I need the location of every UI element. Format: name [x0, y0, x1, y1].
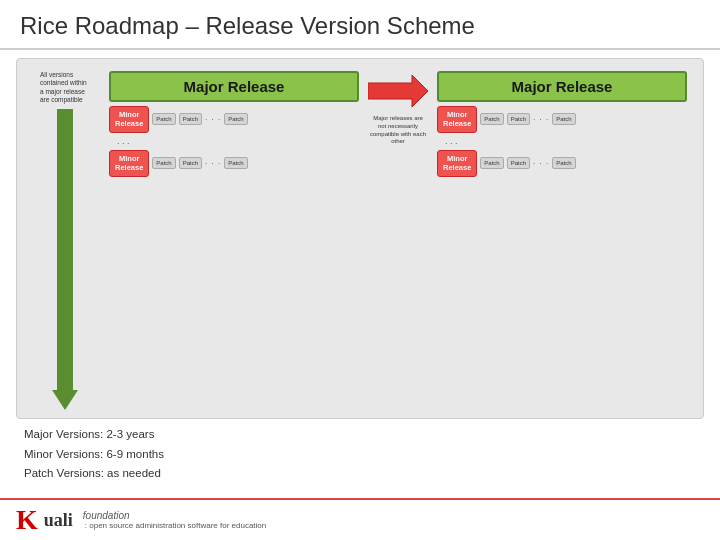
slide-footer: K uali foundation : open source administ… — [0, 498, 720, 540]
right-ellipsis-2: · · · — [533, 159, 549, 168]
version-line-3: Patch Versions: as needed — [24, 464, 700, 484]
right-major-release: Major Release — [437, 71, 687, 102]
slide-title: Rice Roadmap – Release Version Scheme — [20, 12, 700, 40]
center-divider: Major releases are not necessarily compa… — [363, 71, 433, 406]
left-patch-1c: Patch — [224, 113, 247, 125]
logo-uali-text: uali — [44, 511, 73, 529]
slide: Rice Roadmap – Release Version Scheme Al… — [0, 0, 720, 540]
diagram-area: All versions contained within a major re… — [16, 58, 704, 419]
right-patch-2b: Patch — [507, 157, 530, 169]
right-ellipsis-1: · · · — [533, 115, 549, 124]
right-minor-1-box: MinorRelease — [437, 106, 477, 133]
right-column: Major Release MinorRelease Patch Patch ·… — [433, 71, 691, 406]
right-patch-2a: Patch — [480, 157, 503, 169]
left-note: All versions contained within a major re… — [40, 71, 90, 105]
right-patch-1b: Patch — [507, 113, 530, 125]
left-ellipsis-2: · · · — [205, 159, 221, 168]
right-minor-2-row: MinorRelease Patch Patch · · · Patch — [437, 150, 687, 177]
svg-marker-0 — [368, 75, 428, 107]
major-arrow-icon — [368, 75, 428, 107]
slide-content: All versions contained within a major re… — [0, 50, 720, 498]
footer-foundation: foundation — [83, 510, 266, 521]
left-major-release: Major Release — [109, 71, 359, 102]
main-content: Major Release MinorRelease Patch Patch ·… — [105, 67, 695, 410]
right-patch-2c: Patch — [552, 157, 575, 169]
left-patch-1a: Patch — [152, 113, 175, 125]
left-minor-2-row: MinorRelease Patch Patch · · · Patch — [109, 150, 359, 177]
green-arrow-down — [52, 109, 78, 411]
version-info: Major Versions: 2-3 years Minor Versions… — [16, 419, 704, 490]
diagram-inner: All versions contained within a major re… — [25, 67, 695, 410]
left-minor-1-box: MinorRelease — [109, 106, 149, 133]
left-sidebar: All versions contained within a major re… — [25, 67, 105, 410]
left-patch-1b: Patch — [179, 113, 202, 125]
left-patch-2a: Patch — [152, 157, 175, 169]
center-note: Major releases are not necessarily compa… — [369, 115, 427, 146]
left-minor-1-row: MinorRelease Patch Patch · · · Patch — [109, 106, 359, 133]
right-minor-1-row: MinorRelease Patch Patch · · · Patch — [437, 106, 687, 133]
left-minor-2-box: MinorRelease — [109, 150, 149, 177]
right-minor-2-box: MinorRelease — [437, 150, 477, 177]
arrow-stem — [57, 109, 73, 391]
left-patch-2b: Patch — [179, 157, 202, 169]
left-patch-2c: Patch — [224, 157, 247, 169]
right-patch-1c: Patch — [552, 113, 575, 125]
right-patch-1a: Patch — [480, 113, 503, 125]
left-ellipsis-1: · · · — [205, 115, 221, 124]
version-line-2: Minor Versions: 6-9 months — [24, 445, 700, 465]
footer-text-block: foundation : open source administration … — [83, 510, 266, 530]
slide-header: Rice Roadmap – Release Version Scheme — [0, 0, 720, 50]
arrow-tip — [52, 390, 78, 410]
footer-logo: K uali — [16, 506, 73, 534]
footer-tagline: : open source administration software fo… — [85, 521, 266, 530]
left-column: Major Release MinorRelease Patch Patch ·… — [105, 71, 363, 406]
version-line-1: Major Versions: 2-3 years — [24, 425, 700, 445]
left-dots-spacer: · · · — [109, 138, 359, 148]
right-dots-spacer: · · · — [437, 138, 687, 148]
logo-k-letter: K — [16, 506, 38, 534]
